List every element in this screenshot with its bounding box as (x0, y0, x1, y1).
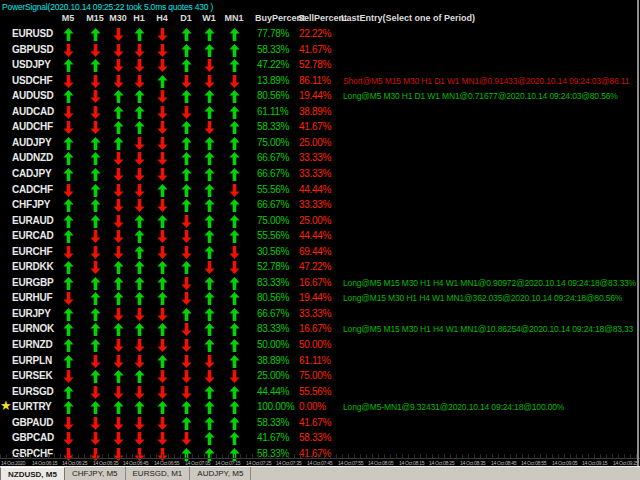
up-arrow-icon (229, 58, 240, 71)
down-arrow-icon (181, 322, 192, 335)
symbol-label[interactable]: EURAUD (12, 215, 54, 226)
up-arrow-icon (157, 74, 168, 87)
symbol-label[interactable]: EURTRY (12, 401, 52, 412)
up-arrow-icon (181, 198, 192, 211)
up-arrow-icon (90, 400, 101, 413)
down-arrow-icon (113, 167, 124, 180)
down-arrow-icon (134, 431, 145, 444)
tab-period-h4[interactable]: H4 (156, 13, 168, 23)
table-row-euraud: EURAUD75.00%25.00% (0, 213, 640, 229)
up-arrow-icon (204, 43, 215, 56)
symbol-label[interactable]: EURGBP (12, 277, 54, 288)
down-arrow-icon (113, 214, 124, 227)
up-arrow-icon (63, 151, 74, 164)
up-arrow-icon (204, 385, 215, 398)
down-arrow-icon (157, 43, 168, 56)
up-arrow-icon (63, 400, 74, 413)
down-arrow-icon (113, 229, 124, 242)
down-arrow-icon (204, 354, 215, 367)
buy-percent-value: 25.00% (257, 370, 289, 381)
symbol-label[interactable]: CADJPY (12, 168, 51, 179)
up-arrow-icon (157, 322, 168, 335)
tab-period-d1[interactable]: D1 (180, 13, 192, 23)
sell-percent-value: 47.22% (299, 261, 331, 272)
up-arrow-icon (63, 214, 74, 227)
up-arrow-icon (113, 105, 124, 118)
symbol-label[interactable]: AUDNZD (12, 152, 53, 163)
symbol-label[interactable]: GBPUSD (12, 44, 54, 55)
tab-period-mn1[interactable]: MN1 (224, 13, 243, 23)
up-arrow-icon (204, 416, 215, 429)
symbol-label[interactable]: GBPAUD (12, 417, 53, 428)
down-arrow-icon (204, 260, 215, 273)
symbol-label[interactable]: EURNOK (12, 323, 54, 334)
symbol-label[interactable]: GBPCAD (12, 432, 54, 443)
buy-percent-value: 75.00% (257, 137, 289, 148)
down-arrow-icon (113, 354, 124, 367)
up-arrow-icon (90, 151, 101, 164)
up-arrow-icon (134, 400, 145, 413)
symbol-label[interactable]: EURNZD (12, 339, 52, 350)
up-arrow-icon (229, 229, 240, 242)
up-arrow-icon (229, 307, 240, 320)
down-arrow-icon (181, 276, 192, 289)
symbol-label[interactable]: EURCAD (12, 230, 54, 241)
sell-percent-value: 44.44% (299, 184, 331, 195)
buy-percent-value: 66.67% (257, 199, 289, 210)
tab-period-m15[interactable]: M15 (86, 13, 104, 23)
chart-tab-nzdusd[interactable]: NZDUSD, M5 (0, 467, 65, 480)
up-arrow-icon (204, 136, 215, 149)
chart-tab-audjpy[interactable]: AUDJPY, M5 (190, 467, 251, 480)
down-arrow-icon (90, 416, 101, 429)
sell-percent-value: 33.33% (299, 308, 331, 319)
symbol-label[interactable]: USDJPY (12, 59, 51, 70)
buy-percent-value: 66.67% (257, 152, 289, 163)
up-arrow-icon (90, 291, 101, 304)
symbol-label[interactable]: EURHUF (12, 292, 52, 303)
up-arrow-icon (204, 151, 215, 164)
symbol-label[interactable]: EURJPY (12, 308, 51, 319)
symbol-label[interactable]: EURDKK (12, 261, 54, 272)
tab-period-h1[interactable]: H1 (133, 13, 145, 23)
up-arrow-icon (229, 354, 240, 367)
up-arrow-icon (113, 369, 124, 382)
symbol-label[interactable]: CHFJPY (12, 199, 50, 210)
down-arrow-icon (204, 369, 215, 382)
up-arrow-icon (181, 120, 192, 133)
up-arrow-icon (63, 385, 74, 398)
last-entry-text: Long@M5 M30 H1 D1 W1 MN1@0.71677@2020.10… (343, 91, 618, 101)
up-arrow-icon (157, 183, 168, 196)
down-arrow-icon (63, 183, 74, 196)
tab-period-w1[interactable]: W1 (202, 13, 216, 23)
symbol-label[interactable]: AUDCAD (12, 106, 54, 117)
up-arrow-icon (90, 276, 101, 289)
symbol-label[interactable]: EURCHF (12, 246, 52, 257)
up-arrow-icon (113, 89, 124, 102)
buy-percent-value: 55.56% (257, 184, 289, 195)
symbol-label[interactable]: EURSGD (12, 386, 54, 397)
symbol-label[interactable]: EURUSD (12, 28, 53, 39)
table-row-eursgd: EURSGD44.44%55.56% (0, 384, 640, 400)
tab-period-m5[interactable]: M5 (62, 13, 75, 23)
up-arrow-icon (181, 151, 192, 164)
down-arrow-icon (134, 338, 145, 351)
symbol-label[interactable]: USDCHF (12, 75, 52, 86)
chart-tab-eursgd[interactable]: EURSGD, M1 (126, 467, 191, 480)
symbol-label[interactable]: EURSEK (12, 370, 52, 381)
tab-period-m30[interactable]: M30 (109, 13, 127, 23)
symbol-label[interactable]: AUDUSD (12, 90, 54, 101)
up-arrow-icon (204, 105, 215, 118)
chart-tab-chfjpy[interactable]: CHFJPY, M5 (65, 467, 126, 480)
buy-percent-value: 52.78% (257, 261, 289, 272)
table-row-eurgbp: EURGBP83.33%16.67%Long@M5 M15 M30 H1 H4 … (0, 275, 640, 291)
symbol-label[interactable]: EURPLN (12, 355, 52, 366)
up-arrow-icon (181, 167, 192, 180)
down-arrow-icon (181, 338, 192, 351)
sell-percent-value: 44.44% (299, 230, 331, 241)
up-arrow-icon (204, 167, 215, 180)
buy-percent-value: 58.33% (257, 121, 289, 132)
buy-percent-value: 58.33% (257, 44, 289, 55)
symbol-label[interactable]: AUDCHF (12, 121, 53, 132)
symbol-label[interactable]: AUDJPY (12, 137, 51, 148)
symbol-label[interactable]: CADCHF (12, 184, 53, 195)
